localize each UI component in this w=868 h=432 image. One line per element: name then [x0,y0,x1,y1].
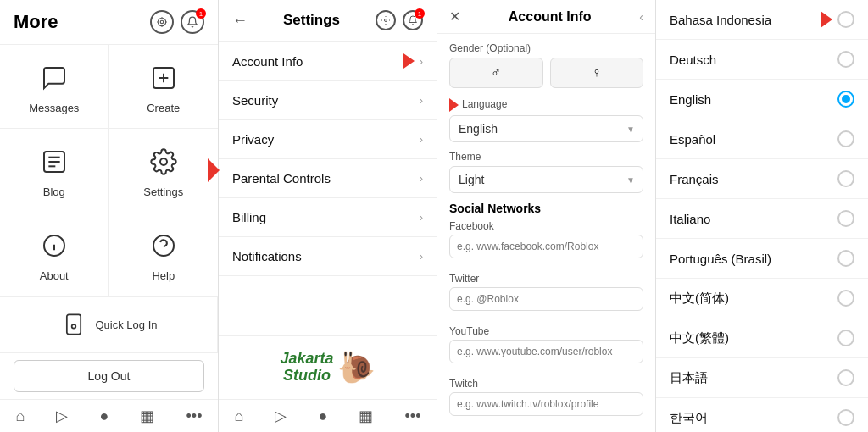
lang-item-bahasa-indonesia[interactable]: Bahasa Indonesia [656,0,868,40]
radio-espanol[interactable] [837,130,854,147]
language-select[interactable]: English [449,115,643,142]
gender-female-button[interactable]: ♀ [550,58,644,88]
account-back-button[interactable]: ‹ [639,10,643,24]
lang-item-japanese[interactable]: 日本語 [656,358,868,398]
settings-nav-inventory[interactable]: ▦ [359,407,373,425]
settings-bottom-nav: ⌂ ▷ ● ▦ ••• [219,399,437,432]
settings-item-account-info[interactable]: Account Info › [219,42,437,81]
parental-controls-label: Parental Controls [232,171,331,186]
language-select-wrapper: English [449,115,643,142]
settings-item-security[interactable]: Security › [219,81,437,120]
grid-item-help[interactable]: Help [109,213,219,297]
lang-japanese-label: 日本語 [670,370,708,386]
twitter-input[interactable] [449,287,643,311]
lang-italiano-label: Italiano [670,212,710,226]
lang-item-italiano[interactable]: Italiano [656,199,868,239]
language-panel: Bahasa Indonesia Deutsch English Español… [656,0,868,432]
settings-back-button[interactable]: ← [232,12,248,30]
twitch-label: Twitch [449,378,643,390]
lang-chinese-traditional-label: 中文(繁體) [670,330,729,346]
grid-item-settings[interactable]: Settings [109,129,219,213]
lang-item-english[interactable]: English [656,80,868,119]
more-title: More [14,11,58,33]
youtube-input[interactable] [449,340,643,363]
notifications-label: Notifications [232,249,302,263]
create-icon [145,59,182,97]
settings-item-privacy[interactable]: Privacy › [219,120,437,159]
account-content: Gender (Optional) ♂ ♀ Language English T… [437,34,655,432]
quick-login-icon [60,311,87,338]
theme-row: Theme Light [449,151,643,193]
settings-nav-play[interactable]: ▷ [275,407,287,425]
settings-arrow [208,158,220,182]
lang-chinese-simplified-label: 中文(简体) [670,291,729,307]
nav-avatar-icon[interactable]: ● [100,407,109,425]
create-label: Create [147,102,180,114]
more-header-icons: 1 [150,10,204,34]
nav-play-icon[interactable]: ▷ [56,407,68,425]
facebook-input[interactable] [449,235,643,258]
theme-select[interactable]: Light [449,166,643,193]
radio-bahasa-indonesia[interactable] [837,11,854,28]
lang-item-deutsch[interactable]: Deutsch [656,40,868,80]
grid-item-blog[interactable]: Blog [0,129,109,213]
snail-icon: 🐌 [337,350,376,385]
lang-deutsch-label: Deutsch [670,53,716,67]
language-list: Bahasa Indonesia Deutsch English Español… [656,0,868,432]
lang-item-portugues[interactable]: Português (Brasil) [656,239,868,279]
radio-chinese-simplified[interactable] [837,290,854,307]
youtube-label: YouTube [449,325,643,337]
settings-nav-more[interactable]: ••• [405,407,421,425]
security-label: Security [232,93,278,108]
radio-deutsch[interactable] [837,51,854,68]
grid-item-messages[interactable]: Messages [0,45,109,129]
lang-item-chinese-simplified[interactable]: 中文(简体) [656,279,868,318]
radio-italiano[interactable] [837,210,854,227]
settings-item-parental-controls[interactable]: Parental Controls › [219,159,437,198]
blog-icon [36,143,73,180]
language-row: Language English [449,98,643,142]
account-info-chevron: › [420,55,423,68]
lang-item-espanol[interactable]: Español [656,119,868,159]
radio-english[interactable] [837,91,854,108]
settings-item-notifications[interactable]: Notifications › [219,237,437,276]
account-close-button[interactable]: ✕ [449,8,460,25]
notification-badge: 1 [196,8,206,19]
grid-item-create[interactable]: Create [109,45,219,129]
lang-item-chinese-traditional[interactable]: 中文(繁體) [656,318,868,358]
gender-male-button[interactable]: ♂ [449,58,543,88]
radio-chinese-traditional[interactable] [837,330,854,346]
settings-nav-avatar[interactable]: ● [319,407,328,425]
settings-camera-icon[interactable] [376,10,396,30]
notification-icon[interactable]: 1 [181,10,204,34]
settings-notification-icon[interactable]: 1 [403,10,423,30]
settings-nav-home[interactable]: ⌂ [235,407,244,425]
radio-portugues[interactable] [837,250,854,267]
settings-item-billing[interactable]: Billing › [219,198,437,237]
logout-button[interactable]: Log Out [14,360,204,392]
lang-korean-label: 한국어 [670,410,708,426]
nav-more-icon[interactable]: ••• [186,407,203,425]
more-header: More 1 [0,0,218,45]
theme-label: Theme [449,151,643,163]
grid-item-quick-login[interactable]: Quick Log In [0,297,218,353]
gender-label: Gender (Optional) [449,42,643,54]
account-header: ✕ Account Info ‹ [437,0,655,34]
radio-japanese[interactable] [837,369,854,386]
twitch-input[interactable] [449,392,643,416]
lang-item-korean[interactable]: 한국어 [656,398,868,432]
radio-korean[interactable] [837,409,854,426]
privacy-chevron: › [420,133,423,146]
quick-login-label: Quick Log In [96,318,158,331]
camera-icon[interactable] [150,10,174,34]
theme-select-wrapper: Light [449,166,643,193]
grid-item-about[interactable]: About [0,213,109,297]
radio-francais[interactable] [837,170,854,187]
account-panel: ✕ Account Info ‹ Gender (Optional) ♂ ♀ L… [437,0,656,432]
nav-home-icon[interactable]: ⌂ [16,407,25,425]
nav-inventory-icon[interactable]: ▦ [140,407,154,425]
messages-label: Messages [29,102,79,114]
more-bottom-nav: ⌂ ▷ ● ▦ ••• [0,399,218,432]
settings-notification-badge: 1 [415,8,425,19]
lang-item-francais[interactable]: Français [656,159,868,199]
